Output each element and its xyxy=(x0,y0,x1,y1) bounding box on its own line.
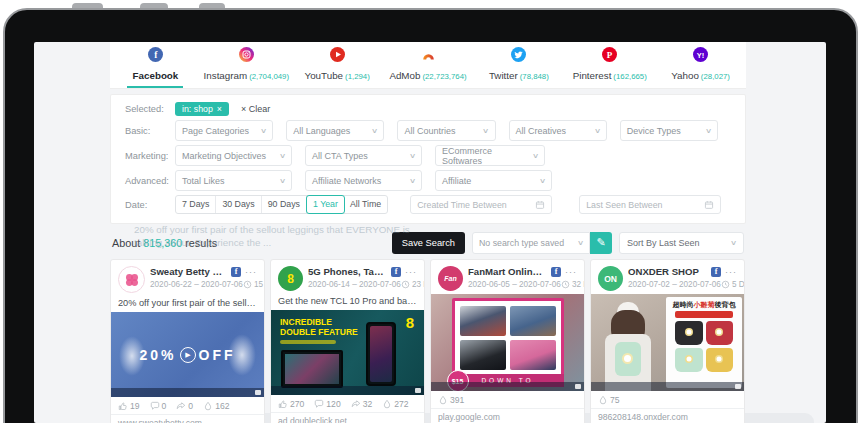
video-progress-bar xyxy=(431,382,584,391)
creative-text: OFF xyxy=(199,347,236,363)
pencil-icon: ✎ xyxy=(596,236,605,249)
ad-creative[interactable]: DOWN TO $15 xyxy=(431,294,584,391)
chevron-down-icon: ∨ xyxy=(705,127,712,135)
select-total-likes[interactable]: Total Likes∨ xyxy=(175,170,292,191)
ad-results-grid: Sweaty Betty London | Wom... f ··· 2020-… xyxy=(110,259,746,423)
facebook-icon: f xyxy=(551,267,561,277)
more-icon[interactable]: ··· xyxy=(565,269,577,275)
backpack-variant xyxy=(675,348,703,372)
daisy-backpack xyxy=(615,342,641,376)
close-icon[interactable]: × xyxy=(217,104,222,114)
stats-row: 75 xyxy=(591,391,744,409)
select-value: All Creatives xyxy=(516,126,567,136)
stats-row: 19 0 0 162 xyxy=(111,397,264,415)
advertiser-avatar[interactable] xyxy=(118,266,145,293)
results-bar: About 815,360 results Save Search No sea… xyxy=(112,231,744,254)
like-count: 270 xyxy=(290,399,304,409)
select-affiliate-networks[interactable]: Affiliate Networks∨ xyxy=(305,170,422,191)
more-icon[interactable]: ··· xyxy=(405,269,417,275)
date-label: Date: xyxy=(125,200,175,210)
select-languages[interactable]: All Languages∨ xyxy=(286,120,384,141)
chevron-down-icon: ∨ xyxy=(594,127,601,135)
date-range-30-days[interactable]: 30 Days xyxy=(216,196,261,213)
last-seen-input[interactable]: Last Seen Between xyxy=(579,195,721,214)
advertiser-avatar[interactable]: 8 xyxy=(278,266,303,291)
ad-domain[interactable]: ad.doubleclick.net xyxy=(271,413,424,423)
tab-label: YouTube xyxy=(305,70,344,81)
sort-select[interactable]: Sort By Last Seen∨ xyxy=(619,232,744,254)
advertiser-avatar[interactable]: ON xyxy=(598,266,623,291)
chevron-down-icon: ∨ xyxy=(532,152,539,160)
headline-part: 小雛菊 xyxy=(694,301,715,308)
share-count: 32 xyxy=(363,399,373,409)
ad-creative[interactable]: INCREDIBLE DOUBLE FEATURE 8 xyxy=(271,310,424,395)
filter-chip-in-shop[interactable]: in: shop× xyxy=(175,102,229,116)
ad-domain[interactable]: www.sweatybetty.com xyxy=(111,415,264,423)
ad-card: ON ONXDER SHOP f ··· 2020-07-02 – 2020-0… xyxy=(590,259,745,423)
date-range: 2020-06-05 – 2020-07-06 xyxy=(468,280,561,289)
date-range-all-time[interactable]: All Time xyxy=(344,196,387,213)
select-marketing-objectives[interactable]: Marketing Objectives∨ xyxy=(175,145,292,166)
input-placeholder: Created Time Between xyxy=(417,200,506,210)
created-time-input[interactable]: Created Time Between xyxy=(410,195,552,214)
ad-domain[interactable]: play.google.com xyxy=(431,409,584,422)
select-creatives[interactable]: All Creatives∨ xyxy=(509,120,607,141)
tab-facebook[interactable]: f Facebook xyxy=(110,42,201,88)
select-page-categories[interactable]: Page Categories∨ xyxy=(175,120,273,141)
tab-youtube[interactable]: YouTube(1,294) xyxy=(292,42,383,88)
select-affiliate[interactable]: Affiliate∨ xyxy=(435,170,552,191)
product-panel: 超時尚小雛菊後背包 xyxy=(666,297,742,388)
more-icon[interactable]: ··· xyxy=(245,269,257,275)
select-value: All Countries xyxy=(404,126,455,136)
tab-label: AdMob xyxy=(389,70,420,81)
ad-creative-video[interactable]: 20% ▶ OFF xyxy=(111,312,264,397)
platform-tabbar: f Facebook Instagram(2,704,049) YouTube(… xyxy=(110,42,746,89)
tab-instagram[interactable]: Instagram(2,704,049) xyxy=(201,42,292,88)
select-cta-types[interactable]: All CTA Types∨ xyxy=(305,145,422,166)
select-ecommerce-softwares[interactable]: ECommerce Softwares∨ xyxy=(435,145,545,166)
select-device-types[interactable]: Device Types∨ xyxy=(620,120,718,141)
heat-icon xyxy=(203,401,213,411)
chevron-down-icon: ∨ xyxy=(730,239,737,247)
tab-admob[interactable]: AdMob(22,723,764) xyxy=(383,42,474,88)
advertiser-name[interactable]: FanMart Online Shopping - F... xyxy=(468,266,547,277)
play-icon[interactable]: ▶ xyxy=(180,347,196,363)
select-countries[interactable]: All Countries∨ xyxy=(397,120,495,141)
days-active: 5 Days xyxy=(732,280,745,289)
select-value: Marketing Objectives xyxy=(182,151,266,161)
advertiser-name[interactable]: Sweaty Betty London | Wom... xyxy=(150,266,227,277)
advanced-label: Advanced: xyxy=(125,176,175,186)
saved-search-select[interactable]: No search type saved∨ xyxy=(472,232,590,254)
date-range-90-days[interactable]: 90 Days xyxy=(262,196,307,213)
date-range-7-days[interactable]: 7 Days xyxy=(176,196,216,213)
headline-part: 後背包 xyxy=(715,301,736,308)
tab-yahoo[interactable]: Y! Yahoo(28,027) xyxy=(655,42,746,88)
date-range: 2020-07-02 – 2020-07-06 xyxy=(628,280,721,289)
date-range-1-year[interactable]: 1 Year xyxy=(306,195,345,214)
tab-twitter[interactable]: Twitter(78,848) xyxy=(473,42,564,88)
tab-pinterest[interactable]: P Pinterest(162,665) xyxy=(564,42,655,88)
more-icon[interactable]: ··· xyxy=(725,269,737,275)
facebook-icon: f xyxy=(148,47,163,62)
avatar-text: ON xyxy=(604,274,617,284)
marketing-label: Marketing: xyxy=(125,151,175,161)
video-progress-bar xyxy=(271,386,424,395)
flower-logo-icon xyxy=(124,272,140,288)
product-photo xyxy=(460,306,506,336)
chevron-down-icon: ∨ xyxy=(539,177,546,185)
edit-saved-search-button[interactable]: ✎ xyxy=(590,232,612,254)
select-value: All Languages xyxy=(293,126,350,136)
heat-count: 272 xyxy=(394,399,408,409)
ad-domain[interactable]: 986208148.onxder.com xyxy=(591,409,744,422)
backpack-variant xyxy=(675,321,703,345)
advertiser-name[interactable]: ONXDER SHOP xyxy=(628,266,707,277)
tv-graphic xyxy=(281,350,343,388)
save-search-button[interactable]: Save Search xyxy=(392,232,465,254)
advertiser-avatar[interactable]: Fan xyxy=(438,266,463,291)
clear-filters-button[interactable]: × Clear xyxy=(241,104,270,114)
ad-creative[interactable]: 超時尚小雛菊後背包 xyxy=(591,294,744,391)
twitter-icon xyxy=(511,47,526,62)
chevron-down-icon: ∨ xyxy=(577,239,584,247)
heat-count: 162 xyxy=(215,401,229,411)
advertiser-name[interactable]: 5G Phones, Tablets & SIMs | ... xyxy=(308,266,387,277)
